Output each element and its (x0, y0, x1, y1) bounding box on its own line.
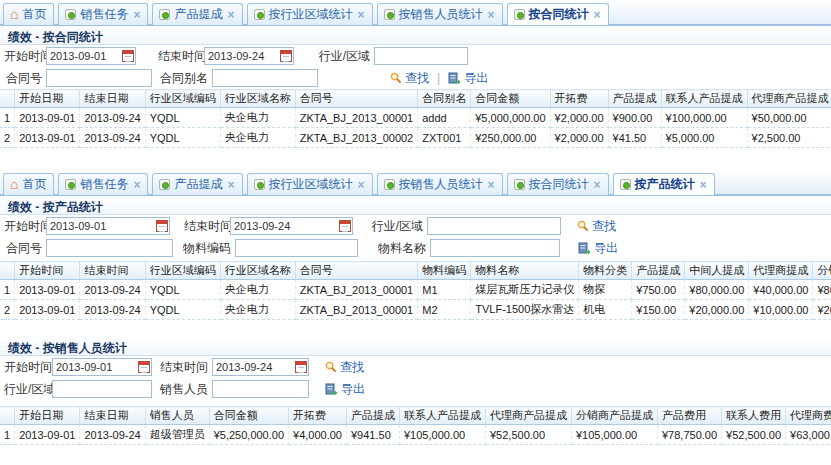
column-header[interactable]: 合同号 (295, 262, 418, 280)
calendar-icon[interactable] (339, 220, 351, 232)
table-cell: 超级管理员 (145, 425, 209, 445)
column-header[interactable]: 开始日期 (15, 90, 80, 108)
table-row[interactable]: 12013-09-012013-09-24超级管理员¥5,250,000.00¥… (0, 425, 831, 445)
close-icon[interactable]: × (227, 180, 234, 190)
tab-item-2[interactable]: 产品提成× (152, 3, 242, 25)
column-header[interactable]: 结束日期 (80, 407, 145, 425)
column-header[interactable]: 代理商产品提成 (485, 407, 571, 425)
calendar-icon[interactable] (138, 361, 150, 373)
column-header[interactable]: 行业区域编码 (145, 90, 220, 108)
column-header[interactable]: 代理商提成 (749, 262, 813, 280)
column-header[interactable]: 联系人产品提成 (399, 407, 485, 425)
salesperson-input[interactable] (212, 380, 309, 398)
column-header[interactable]: 产品费用 (657, 407, 721, 425)
column-header[interactable]: 产品提成 (608, 90, 661, 108)
tab-item-2[interactable]: 产品提成× (152, 173, 242, 195)
contract-no-input[interactable] (46, 69, 152, 87)
column-header[interactable]: 中间人提成 (685, 262, 749, 280)
tab-item-4[interactable]: 按销售人员统计× (377, 173, 503, 195)
column-header[interactable]: 代理商产品提成 (747, 90, 831, 108)
close-icon[interactable]: × (488, 10, 495, 20)
column-header[interactable]: 分销商提成 (813, 262, 831, 280)
table-cell: 物探 (579, 280, 632, 300)
industry-region-input[interactable] (427, 217, 561, 235)
column-header[interactable]: 产品提成 (632, 262, 685, 280)
column-header[interactable]: 联系人费用 (722, 407, 786, 425)
material-name-input[interactable] (430, 239, 560, 257)
industry-region-input[interactable] (374, 47, 468, 65)
column-header[interactable] (0, 90, 15, 108)
column-header[interactable]: 物料编码 (418, 262, 471, 280)
calendar-icon[interactable] (156, 220, 168, 232)
tab-item-1[interactable]: 销售任务× (58, 3, 148, 25)
tab-item-1[interactable]: 销售任务× (58, 173, 148, 195)
contract-no-input[interactable] (46, 239, 173, 257)
export-button[interactable]: 导出 (325, 381, 365, 398)
section-by-contract: ⌂首页销售任务×产品提成×按行业区域统计×按销售人员统计×按合同统计× 绩效 -… (0, 0, 831, 148)
table-cell: ¥20,000.00 (685, 300, 749, 320)
column-header[interactable]: 合同别名 (418, 90, 471, 108)
column-header[interactable]: 行业区域编码 (145, 262, 220, 280)
table-row[interactable]: 22013-09-012013-09-24YQDL央企电力ZKTA_BJ_201… (0, 128, 831, 148)
column-header[interactable] (0, 262, 15, 280)
table-cell: ¥2,000.00 (550, 108, 608, 128)
tab-item-3[interactable]: 按行业区域统计× (247, 173, 373, 195)
tab-item-6[interactable]: 按产品统计× (613, 173, 715, 195)
close-icon[interactable]: × (594, 180, 601, 190)
export-button[interactable]: 导出 (448, 70, 488, 87)
tab-item-5[interactable]: 按合同统计× (507, 3, 609, 25)
calendar-icon[interactable] (295, 361, 307, 373)
table-cell: ¥20,000.00 (813, 300, 831, 320)
close-icon[interactable]: × (227, 10, 234, 20)
column-header[interactable]: 结束日期 (80, 90, 145, 108)
start-time-input[interactable] (52, 358, 152, 376)
close-icon[interactable]: × (358, 10, 365, 20)
close-icon[interactable]: × (594, 10, 601, 20)
table-cell: ¥105,000.00 (571, 425, 657, 445)
close-icon[interactable]: × (488, 180, 495, 190)
column-header[interactable]: 代理商费用 (786, 407, 831, 425)
tab-home[interactable]: ⌂首页 (3, 173, 54, 195)
column-header[interactable] (0, 407, 15, 425)
table-row[interactable]: 12013-09-012013-09-24YQDL央企电力ZKTA_BJ_201… (0, 280, 831, 300)
column-header[interactable]: 开始日期 (15, 407, 80, 425)
tab-home[interactable]: ⌂首页 (3, 3, 54, 25)
calendar-icon[interactable] (280, 50, 292, 62)
close-icon[interactable]: × (700, 180, 707, 190)
tab-item-5[interactable]: 按合同统计× (507, 173, 609, 195)
column-header[interactable]: 销售人员 (145, 407, 209, 425)
table-row[interactable]: 22013-09-012013-09-24YQDL央企电力ZKTA_BJ_201… (0, 300, 831, 320)
column-header[interactable]: 结束时间 (80, 262, 145, 280)
end-time-input[interactable] (230, 217, 353, 235)
column-header[interactable]: 开始时间 (15, 262, 80, 280)
material-code-input[interactable] (235, 239, 358, 257)
column-header[interactable]: 联系人产品提成 (661, 90, 747, 108)
calendar-icon[interactable] (122, 50, 134, 62)
export-button[interactable]: 导出 (578, 240, 618, 257)
column-header[interactable]: 分销商产品提成 (571, 407, 657, 425)
tab-item-3[interactable]: 按行业区域统计× (247, 3, 373, 25)
column-header[interactable]: 物料分类 (579, 262, 632, 280)
column-header[interactable]: 产品提成 (346, 407, 399, 425)
column-header[interactable]: 行业区域名称 (220, 90, 295, 108)
column-header[interactable]: 合同号 (295, 90, 418, 108)
tab-icon (254, 9, 265, 20)
close-icon[interactable]: × (133, 10, 140, 20)
tab-item-4[interactable]: 按销售人员统计× (377, 3, 503, 25)
column-header[interactable]: 合同金额 (209, 407, 288, 425)
column-header[interactable]: 合同金额 (471, 90, 550, 108)
close-icon[interactable]: × (358, 180, 365, 190)
column-header[interactable]: 行业区域名称 (220, 262, 295, 280)
search-button[interactable]: 查找 (390, 70, 429, 87)
table-cell: YQDL (145, 280, 220, 300)
column-header[interactable]: 开拓费 (550, 90, 608, 108)
column-header[interactable]: 物料名称 (471, 262, 579, 280)
column-header[interactable]: 开拓费 (289, 407, 347, 425)
search-button[interactable]: 查找 (325, 359, 364, 376)
close-icon[interactable]: × (133, 180, 140, 190)
table-row[interactable]: 12013-09-012013-09-24YQDL央企电力ZKTA_BJ_201… (0, 108, 831, 128)
start-time-input[interactable] (46, 217, 170, 235)
industry-region-input[interactable] (52, 380, 152, 398)
contract-alias-input[interactable] (212, 69, 318, 87)
search-button[interactable]: 查找 (577, 218, 616, 235)
